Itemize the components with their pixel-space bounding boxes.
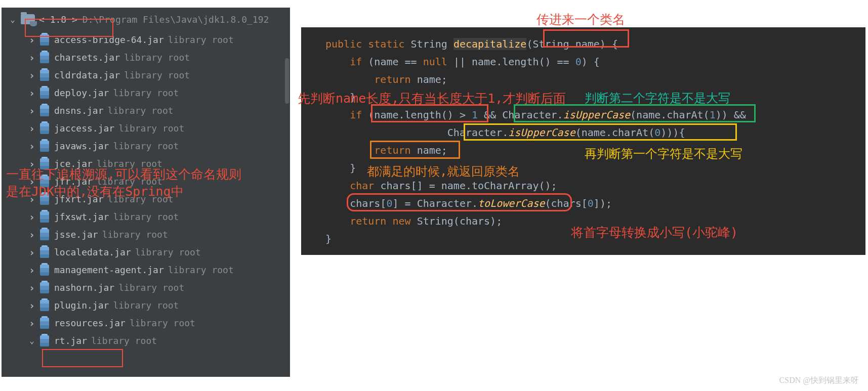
tree-item-charsets-jar[interactable]: charsets.jarlibrary root <box>2 49 290 66</box>
library-root-label: library root <box>168 34 234 45</box>
tree-item-jfr-jar[interactable]: jfr.jarlibrary root <box>2 172 290 190</box>
jar-icon <box>40 176 49 187</box>
code-line-6: Character.isUpperCase(name.charAt(0))){ <box>301 124 865 142</box>
chevron-right-icon[interactable] <box>28 158 36 170</box>
jar-name-label: deploy.jar <box>54 88 109 98</box>
jar-name-label: jfxswt.jar <box>54 211 109 222</box>
scroll-thumb[interactable] <box>285 58 289 104</box>
library-root-label: library root <box>108 194 174 204</box>
jar-icon <box>40 265 49 276</box>
tree-item-management-agent-jar[interactable]: management-agent.jarlibrary root <box>2 261 290 279</box>
jar-icon <box>40 194 49 205</box>
jar-name-label: nashorn.jar <box>54 282 114 293</box>
code-line-3: return name; <box>301 71 865 89</box>
chevron-right-icon[interactable] <box>28 176 36 188</box>
jar-icon <box>40 158 49 169</box>
library-root-label: library root <box>102 229 168 240</box>
annotation-top: 传进来一个类名 <box>536 11 625 28</box>
tree-item-jaccess-jar[interactable]: jaccess.jarlibrary root <box>2 119 290 137</box>
tree-item-rt-jar[interactable]: rt.jarlibrary root <box>2 332 290 350</box>
jar-name-label: jce.jar <box>54 158 93 169</box>
code-line-12: } <box>301 230 865 248</box>
tree-item-deploy-jar[interactable]: deploy.jarlibrary root <box>2 84 290 102</box>
jar-name-label: javaws.jar <box>54 141 109 151</box>
tree-item-jsse-jar[interactable]: jsse.jarlibrary root <box>2 226 290 243</box>
library-root-label: library root <box>113 88 179 98</box>
chevron-right-icon[interactable] <box>28 105 36 117</box>
tree-item-jfxrt-jar[interactable]: jfxrt.jarlibrary root <box>2 190 290 208</box>
jar-icon <box>40 88 49 99</box>
tree-root-jdk[interactable]: < 1.8 > D:\Program Files\Java\jdk1.8.0_1… <box>2 8 290 31</box>
library-root-label: library root <box>113 141 179 151</box>
chevron-right-icon[interactable] <box>28 282 36 294</box>
csdn-watermark: CSDN @快到锅里来呀 <box>779 375 859 386</box>
code-line-8: } <box>301 159 865 177</box>
tree-item-access-bridge-64-jar[interactable]: access-bridge-64.jarlibrary root <box>2 31 290 49</box>
jar-icon <box>40 247 49 258</box>
chevron-right-icon[interactable] <box>28 69 36 81</box>
jar-icon <box>40 282 49 293</box>
jar-icon <box>40 318 49 329</box>
jar-name-label: dnsns.jar <box>54 105 104 116</box>
tree-item-nashorn-jar[interactable]: nashorn.jarlibrary root <box>2 279 290 296</box>
project-tree-panel: < 1.8 > D:\Program Files\Java\jdk1.8.0_1… <box>2 8 290 377</box>
jar-icon <box>40 141 49 152</box>
library-root-label: library root <box>108 105 174 116</box>
jar-name-label: resources.jar <box>54 318 126 328</box>
library-root-label: library root <box>97 158 162 169</box>
chevron-right-icon[interactable] <box>28 52 36 64</box>
library-folder-icon <box>21 14 35 24</box>
code-line-10: chars[0] = Character.toLowerCase(chars[0… <box>301 195 865 212</box>
tree-item-dnsns-jar[interactable]: dnsns.jarlibrary root <box>2 102 290 119</box>
jar-name-label: rt.jar <box>54 335 87 346</box>
jar-icon <box>40 52 49 63</box>
tree-item-cldrdata-jar[interactable]: cldrdata.jarlibrary root <box>2 66 290 84</box>
library-root-label: library root <box>91 335 157 346</box>
chevron-right-icon[interactable] <box>28 34 36 46</box>
chevron-right-icon[interactable] <box>28 211 36 223</box>
code-line-9: char chars[] = name.toCharArray(); <box>301 177 865 195</box>
jar-name-label: jfxrt.jar <box>54 194 104 204</box>
chevron-right-icon[interactable] <box>28 122 36 135</box>
library-root-label: library root <box>118 282 184 293</box>
chevron-right-icon[interactable] <box>28 193 36 205</box>
jar-name-label: jfr.jar <box>54 176 93 187</box>
tree-item-javaws-jar[interactable]: javaws.jarlibrary root <box>2 137 290 155</box>
jar-icon <box>40 335 49 346</box>
tree-item-resources-jar[interactable]: resources.jarlibrary root <box>2 314 290 332</box>
library-root-label: library root <box>118 123 184 134</box>
chevron-down-icon[interactable] <box>9 15 17 24</box>
code-line-4: } <box>301 89 865 106</box>
code-line-1: public static String decapitalize(String… <box>301 35 865 53</box>
code-line-5: if (name.length() > 1 && Character.isUpp… <box>301 106 865 124</box>
chevron-right-icon[interactable] <box>28 299 36 312</box>
library-root-label: library root <box>135 247 201 257</box>
library-root-label: library root <box>113 300 179 311</box>
jar-name-label: localedata.jar <box>54 247 131 257</box>
jar-icon <box>40 300 49 311</box>
chevron-right-icon[interactable] <box>28 317 36 329</box>
jar-icon <box>40 105 49 116</box>
jar-name-label: plugin.jar <box>54 300 109 311</box>
library-root-label: library root <box>124 70 190 80</box>
chevron-down-icon[interactable] <box>28 336 36 345</box>
jar-name-label: management-agent.jar <box>54 265 164 275</box>
chevron-right-icon[interactable] <box>28 87 36 99</box>
tree-item-jfxswt-jar[interactable]: jfxswt.jarlibrary root <box>2 208 290 226</box>
code-line-11: return new String(chars); <box>301 212 865 230</box>
library-root-label: library root <box>168 265 234 275</box>
chevron-right-icon[interactable] <box>28 246 36 258</box>
jar-icon <box>40 70 49 81</box>
tree-scrollbar[interactable] <box>284 8 290 377</box>
chevron-right-icon[interactable] <box>28 229 36 241</box>
tree-item-plugin-jar[interactable]: plugin.jarlibrary root <box>2 296 290 314</box>
jar-name-label: charsets.jar <box>54 52 120 63</box>
code-editor[interactable]: public static String decapitalize(String… <box>301 27 865 255</box>
jar-name-label: jsse.jar <box>54 229 98 240</box>
chevron-right-icon[interactable] <box>28 264 36 276</box>
tree-item-localedata-jar[interactable]: localedata.jarlibrary root <box>2 243 290 261</box>
root-path: D:\Program Files\Java\jdk1.8.0_192 <box>82 14 269 25</box>
chevron-right-icon[interactable] <box>28 140 36 152</box>
code-line-7: return name; <box>301 142 865 159</box>
tree-item-jce-jar[interactable]: jce.jarlibrary root <box>2 155 290 172</box>
